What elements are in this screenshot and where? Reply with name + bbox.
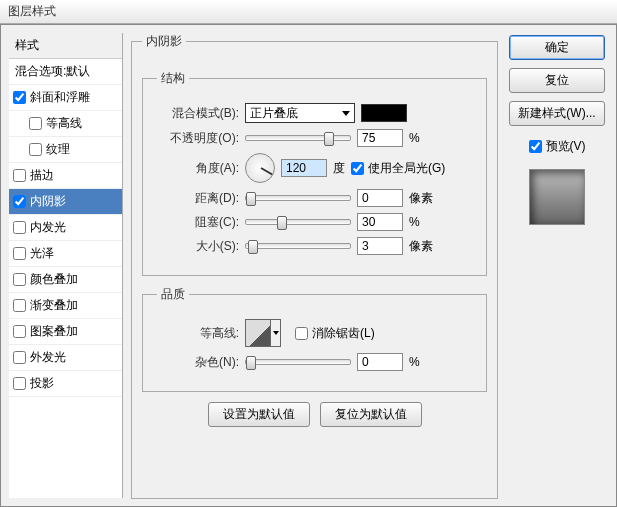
sidebar-item-2[interactable]: 纹理: [9, 137, 122, 163]
sidebar-item-checkbox[interactable]: [29, 143, 42, 156]
quality-legend: 品质: [157, 286, 189, 303]
new-style-button[interactable]: 新建样式(W)...: [509, 101, 605, 126]
sidebar-item-checkbox[interactable]: [13, 351, 26, 364]
sidebar-item-label: 内阴影: [30, 193, 66, 210]
sidebar-header: 样式: [9, 33, 122, 59]
antialias-input[interactable]: [295, 327, 308, 340]
sidebar-item-label: 渐变叠加: [30, 297, 78, 314]
sidebar-item-1[interactable]: 等高线: [9, 111, 122, 137]
shadow-color-swatch[interactable]: [361, 104, 407, 122]
sidebar-item-label: 光泽: [30, 245, 54, 262]
distance-label: 距离(D):: [157, 190, 239, 207]
noise-label: 杂色(N):: [157, 354, 239, 371]
structure-legend: 结构: [157, 70, 189, 87]
sidebar-item-checkbox[interactable]: [13, 221, 26, 234]
sidebar-item-label: 纹理: [46, 141, 70, 158]
sidebar-item-4[interactable]: 内阴影: [9, 189, 122, 215]
quality-group: 品质 等高线: 消除锯齿(L) 杂色(N): %: [142, 286, 487, 392]
sidebar-item-checkbox[interactable]: [13, 169, 26, 182]
chevron-down-icon: [270, 320, 280, 346]
sidebar-item-label: 斜面和浮雕: [30, 89, 90, 106]
sidebar-item-label: 混合选项:默认: [15, 63, 90, 80]
sidebar-item-checkbox[interactable]: [13, 195, 26, 208]
choke-unit: %: [409, 215, 439, 229]
cancel-button[interactable]: 复位: [509, 68, 605, 93]
sidebar-blending-options[interactable]: 混合选项:默认: [9, 59, 122, 85]
noise-unit: %: [409, 355, 439, 369]
dialog-body: 样式 混合选项:默认 斜面和浮雕等高线纹理描边内阴影内发光光泽颜色叠加渐变叠加图…: [0, 24, 617, 507]
global-light-checkbox[interactable]: 使用全局光(G): [351, 160, 445, 177]
blend-mode-value: 正片叠底: [250, 105, 298, 122]
chevron-down-icon: [342, 111, 350, 116]
size-unit: 像素: [409, 238, 439, 255]
sidebar-item-9[interactable]: 图案叠加: [9, 319, 122, 345]
sidebar-item-label: 颜色叠加: [30, 271, 78, 288]
angle-unit: 度: [333, 160, 345, 177]
sidebar-item-3[interactable]: 描边: [9, 163, 122, 189]
distance-unit: 像素: [409, 190, 439, 207]
noise-slider[interactable]: [245, 359, 351, 365]
sidebar-item-checkbox[interactable]: [13, 325, 26, 338]
opacity-unit: %: [409, 131, 439, 145]
sidebar-item-11[interactable]: 投影: [9, 371, 122, 397]
blend-mode-combo[interactable]: 正片叠底: [245, 103, 355, 123]
choke-input[interactable]: [357, 213, 403, 231]
size-slider[interactable]: [245, 243, 351, 249]
antialias-label: 消除锯齿(L): [312, 325, 375, 342]
sidebar-item-label: 描边: [30, 167, 54, 184]
contour-picker[interactable]: [245, 319, 281, 347]
choke-label: 阻塞(C):: [157, 214, 239, 231]
panel-title: 内阴影: [142, 33, 186, 50]
sidebar-item-label: 图案叠加: [30, 323, 78, 340]
preview-swatch: [529, 169, 585, 225]
sidebar-item-5[interactable]: 内发光: [9, 215, 122, 241]
size-input[interactable]: [357, 237, 403, 255]
reset-default-button[interactable]: 复位为默认值: [320, 402, 422, 427]
size-label: 大小(S):: [157, 238, 239, 255]
angle-input[interactable]: [281, 159, 327, 177]
sidebar-item-6[interactable]: 光泽: [9, 241, 122, 267]
action-column: 确定 复位 新建样式(W)... 预览(V): [506, 25, 616, 506]
window-title: 图层样式: [8, 4, 56, 18]
opacity-label: 不透明度(O):: [157, 130, 239, 147]
sidebar-item-checkbox[interactable]: [13, 299, 26, 312]
global-light-input[interactable]: [351, 162, 364, 175]
sidebar-item-checkbox[interactable]: [13, 273, 26, 286]
sidebar-item-0[interactable]: 斜面和浮雕: [9, 85, 122, 111]
sidebar-item-checkbox[interactable]: [13, 377, 26, 390]
distance-input[interactable]: [357, 189, 403, 207]
distance-slider[interactable]: [245, 195, 351, 201]
preview-label: 预览(V): [546, 138, 586, 155]
sidebar-item-checkbox[interactable]: [13, 247, 26, 260]
blend-mode-label: 混合模式(B):: [157, 105, 239, 122]
choke-slider[interactable]: [245, 219, 351, 225]
effect-panel: 内阴影 结构 混合模式(B): 正片叠底 不透明度(O): %: [131, 33, 498, 499]
sidebar-item-label: 等高线: [46, 115, 82, 132]
angle-dial[interactable]: [245, 153, 275, 183]
sidebar-item-7[interactable]: 颜色叠加: [9, 267, 122, 293]
global-light-label: 使用全局光(G): [368, 160, 445, 177]
angle-label: 角度(A):: [157, 160, 239, 177]
preview-input[interactable]: [529, 140, 542, 153]
sidebar-item-label: 投影: [30, 375, 54, 392]
make-default-button[interactable]: 设置为默认值: [208, 402, 310, 427]
sidebar-item-10[interactable]: 外发光: [9, 345, 122, 371]
sidebar-item-checkbox[interactable]: [13, 91, 26, 104]
opacity-slider[interactable]: [245, 135, 351, 141]
antialias-checkbox[interactable]: 消除锯齿(L): [295, 325, 375, 342]
sidebar-item-checkbox[interactable]: [29, 117, 42, 130]
sidebar-item-8[interactable]: 渐变叠加: [9, 293, 122, 319]
structure-group: 结构 混合模式(B): 正片叠底 不透明度(O): % 角度(A: [142, 70, 487, 276]
noise-input[interactable]: [357, 353, 403, 371]
contour-label: 等高线:: [157, 325, 239, 342]
preview-checkbox[interactable]: 预览(V): [529, 138, 586, 155]
ok-button[interactable]: 确定: [509, 35, 605, 60]
opacity-input[interactable]: [357, 129, 403, 147]
styles-sidebar: 样式 混合选项:默认 斜面和浮雕等高线纹理描边内阴影内发光光泽颜色叠加渐变叠加图…: [9, 33, 123, 498]
sidebar-item-label: 外发光: [30, 349, 66, 366]
titlebar: 图层样式: [0, 0, 617, 24]
main-panel: 内阴影 结构 混合模式(B): 正片叠底 不透明度(O): %: [123, 25, 506, 506]
sidebar-item-label: 内发光: [30, 219, 66, 236]
